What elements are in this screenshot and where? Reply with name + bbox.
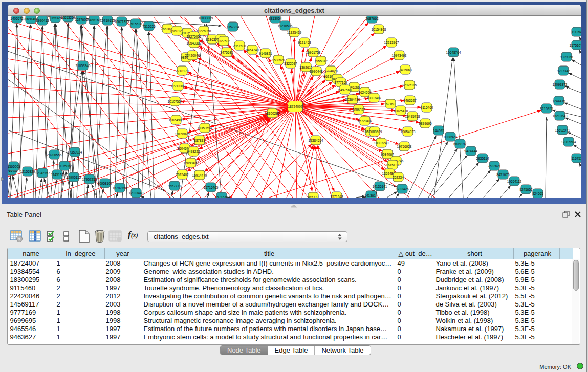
svg-text:12213382: 12213382 [171,84,186,88]
svg-text:116753: 116753 [571,157,581,160]
svg-text:2687662: 2687662 [365,17,379,20]
svg-text:19384554: 19384554 [309,139,323,142]
svg-text:19756928: 19756928 [397,145,412,148]
svg-text:13275052: 13275052 [187,35,202,38]
svg-text:12905115: 12905115 [67,176,81,179]
svg-text:2718170: 2718170 [176,69,189,73]
svg-text:21053346: 21053346 [76,64,91,68]
svg-text:8990413: 8990413 [36,19,49,23]
svg-text:3475685: 3475685 [220,51,233,54]
svg-text:9657771: 9657771 [168,184,181,188]
svg-text:9084067: 9084067 [381,152,394,156]
svg-text:10973493: 10973493 [392,54,407,57]
svg-text:9899695: 9899695 [419,122,432,125]
svg-text:3624554: 3624554 [358,91,372,94]
svg-text:10975867: 10975867 [57,164,72,168]
svg-text:17359924: 17359924 [68,150,82,154]
svg-text:7357234: 7357234 [226,25,239,29]
svg-text:18300295: 18300295 [265,112,280,115]
svg-text:19654923: 19654923 [401,130,416,134]
svg-text:16495758: 16495758 [405,115,420,118]
svg-text:11325419: 11325419 [287,31,302,34]
svg-text:9227342: 9227342 [557,69,570,73]
svg-text:17957253: 17957253 [82,178,97,181]
svg-text:16099489: 16099489 [184,161,199,165]
svg-text:1244415: 1244415 [552,99,565,103]
svg-text:1733426: 1733426 [396,187,409,191]
svg-text:7886372: 7886372 [352,108,365,112]
svg-text:6879197: 6879197 [453,142,467,146]
svg-text:1405572: 1405572 [10,17,24,20]
svg-text:10671355: 10671355 [115,20,129,24]
svg-text:9115460: 9115460 [421,106,433,110]
svg-text:9121458: 9121458 [298,41,311,45]
svg-text:9146821: 9146821 [259,52,272,55]
svg-text:1527602: 1527602 [75,18,88,21]
svg-text:1565001: 1565001 [8,165,20,168]
svg-text:10958107: 10958107 [98,182,113,185]
svg-text:20364436: 20364436 [345,98,360,101]
svg-text:9327502: 9327502 [217,39,230,43]
svg-text:1588520: 1588520 [272,58,285,62]
svg-text:1145131: 1145131 [51,173,64,177]
svg-text:10033809: 10033809 [199,16,213,20]
svg-text:111254: 111254 [572,30,581,34]
svg-text:10807487: 10807487 [367,96,382,100]
svg-text:10719155: 10719155 [100,19,115,23]
svg-text:10648764: 10648764 [446,51,461,54]
svg-text:924565: 924565 [532,192,543,195]
svg-text:2967608: 2967608 [233,44,246,48]
svg-text:9777169: 9777169 [334,81,347,84]
svg-text:7515526: 7515526 [142,25,156,28]
svg-text:9463627: 9463627 [403,99,417,102]
svg-text:19654983: 19654983 [169,118,184,122]
svg-text:18807249: 18807249 [374,141,389,145]
svg-text:1571646: 1571646 [215,195,228,198]
svg-text:10653267: 10653267 [61,16,76,19]
svg-text:1413614: 1413614 [364,194,378,198]
svg-text:22420046: 22420046 [185,54,200,57]
svg-text:10688609: 10688609 [367,130,382,134]
svg-text:10154808: 10154808 [372,28,386,31]
svg-text:17016504: 17016504 [561,140,576,144]
svg-text:10025438: 10025438 [394,109,408,113]
svg-text:15751074: 15751074 [570,43,581,47]
svg-text:1571648: 1571648 [330,195,343,198]
svg-text:15692971: 15692971 [555,128,570,132]
svg-text:1615132: 1615132 [386,163,399,167]
svg-text:13226058: 13226058 [197,29,211,33]
svg-text:12942757: 12942757 [35,171,50,175]
svg-text:10654112: 10654112 [507,180,522,183]
svg-text:19218506: 19218506 [278,24,293,28]
svg-text:62160: 62160 [386,102,395,106]
svg-text:8454749: 8454749 [246,48,259,52]
svg-text:144095: 144095 [433,129,444,133]
svg-text:2935114: 2935114 [476,157,489,160]
svg-text:15720407: 15720407 [358,119,373,123]
svg-text:1362615: 1362615 [299,65,313,69]
svg-text:8215955: 8215955 [540,107,553,111]
svg-text:16961758: 16961758 [306,51,321,54]
svg-text:9474444: 9474444 [464,149,477,153]
svg-text:12213967: 12213967 [384,41,399,45]
svg-text:8813054: 8813054 [269,17,282,20]
svg-text:7625402: 7625402 [176,173,189,177]
svg-text:9245652: 9245652 [519,188,533,191]
svg-text:8471676: 8471676 [496,173,510,177]
svg-text:887833: 887833 [194,139,205,142]
svg-text:6497568: 6497568 [338,88,352,92]
svg-text:12156829: 12156829 [20,170,35,173]
svg-text:8322037: 8322037 [284,62,297,65]
svg-text:12975115: 12975115 [402,83,417,87]
svg-text:16210643: 16210643 [553,114,568,118]
svg-text:7632621: 7632621 [488,164,501,168]
svg-text:16914479: 16914479 [192,173,207,177]
svg-text:12923448: 12923448 [129,191,144,195]
svg-text:6466160: 6466160 [88,18,101,22]
svg-text:252234: 252234 [393,176,404,179]
svg-text:9329966: 9329966 [560,55,573,59]
svg-text:19166825: 19166825 [175,132,190,136]
svg-text:14136141: 14136141 [373,185,387,188]
svg-text:945777: 945777 [308,195,319,198]
svg-text:7515526: 7515526 [129,22,142,26]
